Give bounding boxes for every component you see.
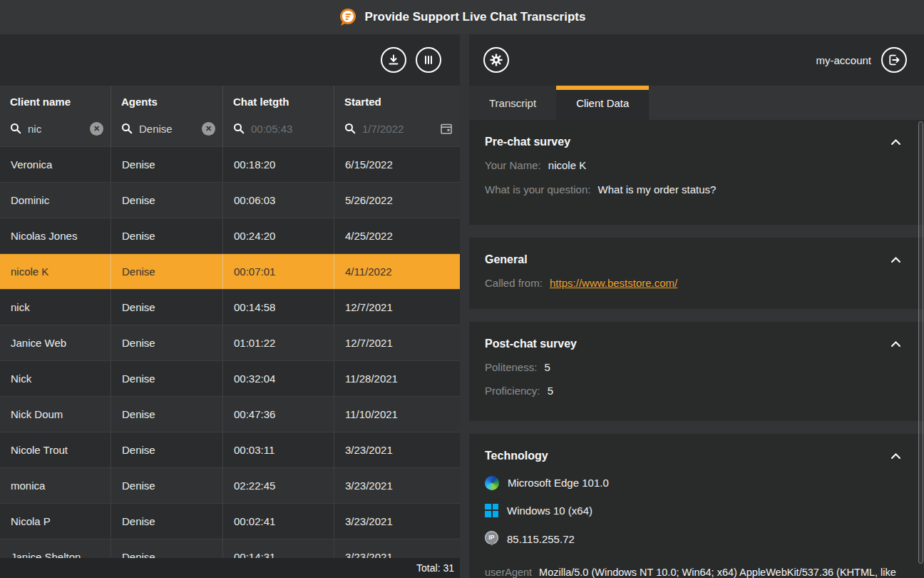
chat-length-filter-input[interactable]	[251, 123, 327, 135]
table-row[interactable]: nick Denise 00:14:58 12/7/2021	[0, 289, 460, 325]
started-filter-input[interactable]	[362, 123, 433, 135]
columns-button[interactable]	[416, 47, 441, 73]
user-agent-label: userAgent	[485, 567, 532, 578]
section-general: General Called from: https://www.beststo…	[469, 238, 924, 309]
tab-client-data-label: Client Data	[576, 97, 629, 109]
started-cell: 3/23/2021	[334, 432, 460, 467]
column-title-chat-length: Chat letgth	[233, 96, 327, 108]
transcripts-panel: Client name ✕ Agents ✕ Chat letgth	[0, 34, 460, 578]
started-cell: 12/7/2021	[334, 325, 460, 360]
length-cell: 02:22:45	[222, 468, 334, 503]
logout-button[interactable]	[881, 47, 907, 73]
field-question: What is your question: What is my order …	[485, 183, 903, 197]
client-cell: monica	[0, 468, 111, 503]
detail-panel: my-account Transcript Client Data Pre-ch…	[469, 34, 924, 578]
agent-cell: Denise	[111, 468, 222, 503]
table-row[interactable]: Janice Web Denise 01:01:22 12/7/2021	[0, 325, 460, 360]
called-from-link[interactable]: https://www.beststore.com/	[550, 277, 677, 289]
ip-value: 85.115.255.72	[507, 533, 575, 545]
length-cell: 00:03:11	[222, 432, 334, 467]
field-value: 5	[545, 361, 550, 373]
settings-button[interactable]	[483, 47, 509, 73]
total-bar: Total: 31	[0, 558, 460, 578]
agent-cell: Denise	[111, 504, 222, 539]
length-cell: 00:47:36	[222, 397, 334, 432]
scrollbar[interactable]	[918, 121, 923, 564]
table-row[interactable]: Veronica Denise 00:18:20 6/15/2022	[0, 146, 460, 182]
field-value: What is my order status?	[598, 183, 717, 196]
client-filter: ✕	[10, 119, 103, 138]
chat-length-filter	[233, 119, 327, 138]
client-filter-input[interactable]	[28, 123, 83, 135]
table-row[interactable]: Dominic Denise 00:06:03 5/26/2022	[0, 182, 460, 218]
agent-cell: Denise	[111, 218, 222, 253]
agent-cell: Denise	[111, 290, 222, 325]
table-row[interactable]: monica Denise 02:22:45 3/23/2021	[0, 467, 460, 503]
table-row[interactable]: Nick Doum Denise 00:47:36 11/10/2021	[0, 396, 460, 432]
collapse-button[interactable]	[889, 339, 903, 349]
os-row: Windows 10 (x64)	[485, 504, 903, 517]
download-icon	[387, 54, 400, 66]
transcripts-toolbar	[0, 34, 460, 86]
field-label: Politeness:	[485, 361, 537, 373]
chevron-up-icon	[890, 452, 901, 460]
clear-agents-filter-icon[interactable]: ✕	[202, 122, 215, 136]
os-value: Windows 10 (x64)	[507, 505, 592, 517]
windows-icon	[485, 504, 498, 517]
column-title-started: Started	[344, 96, 453, 108]
download-button[interactable]	[381, 47, 406, 73]
client-cell: Nick	[0, 361, 111, 396]
field-label: Proficiency:	[485, 385, 540, 397]
calendar-icon[interactable]	[440, 122, 453, 135]
search-icon	[10, 123, 21, 134]
tab-client-data[interactable]: Client Data	[556, 86, 649, 120]
section-technology: Technology Microsoft Edge 101.0 Windows …	[469, 434, 924, 578]
agent-cell: Denise	[111, 432, 222, 467]
agent-cell: Denise	[111, 325, 222, 360]
length-cell: 00:32:04	[222, 361, 334, 396]
section-title: Pre-chat survey	[485, 136, 570, 148]
table-row[interactable]: Nicolas Jones Denise 00:24:20 4/25/2022	[0, 218, 460, 253]
search-icon	[121, 123, 133, 134]
field-value: 5	[548, 385, 553, 397]
table-row[interactable]: Nicola P Denise 00:02:41 3/23/2021	[0, 503, 460, 539]
client-cell: Nicolas Jones	[0, 218, 111, 253]
agents-filter: ✕	[121, 119, 215, 138]
chevron-up-icon	[890, 340, 901, 348]
table-row-selected[interactable]: nicole K Denise 00:07:01 4/11/2022	[0, 253, 460, 289]
field-proficiency: Proficiency: 5	[485, 384, 903, 398]
gear-icon	[489, 53, 503, 67]
client-cell: Nicole Trout	[0, 432, 111, 467]
section-post-chat-survey: Post-chat survey Politeness: 5 Proficien…	[469, 322, 924, 421]
client-cell: Nick Doum	[0, 397, 111, 432]
client-cell: Nicola P	[0, 504, 111, 539]
field-label: What is your question:	[485, 183, 590, 196]
section-title: General	[485, 253, 528, 266]
field-your-name: Your Name: nicole K	[485, 158, 903, 173]
field-label: Called from:	[485, 277, 543, 289]
started-cell: 3/23/2021	[334, 468, 460, 503]
length-cell: 00:07:01	[222, 254, 334, 289]
app-title: Provide Support Live Chat Transcripts	[365, 10, 586, 24]
collapse-button[interactable]	[889, 255, 903, 265]
ip-pin-icon: IP	[485, 531, 498, 544]
account-menu[interactable]: my-account	[816, 54, 871, 66]
agents-filter-input[interactable]	[139, 123, 195, 135]
collapse-button[interactable]	[889, 137, 903, 147]
tab-transcript[interactable]: Transcript	[469, 86, 556, 120]
table-row[interactable]: Nick Denise 00:32:04 11/28/2021	[0, 360, 460, 396]
column-started: Started	[334, 86, 460, 146]
started-cell: 4/25/2022	[334, 218, 460, 253]
total-count: Total: 31	[416, 562, 454, 574]
tab-transcript-label: Transcript	[489, 97, 536, 109]
chevron-up-icon	[890, 256, 901, 263]
agent-cell: Denise	[111, 147, 222, 182]
column-title-client: Client name	[10, 96, 103, 108]
collapse-button[interactable]	[889, 451, 903, 461]
clear-client-filter-icon[interactable]: ✕	[90, 122, 103, 136]
detail-tabs: Transcript Client Data	[469, 86, 924, 120]
logout-icon	[888, 54, 900, 66]
column-chat-length: Chat letgth	[222, 86, 334, 146]
field-label: Your Name:	[485, 159, 541, 171]
table-row[interactable]: Nicole Trout Denise 00:03:11 3/23/2021	[0, 432, 460, 467]
